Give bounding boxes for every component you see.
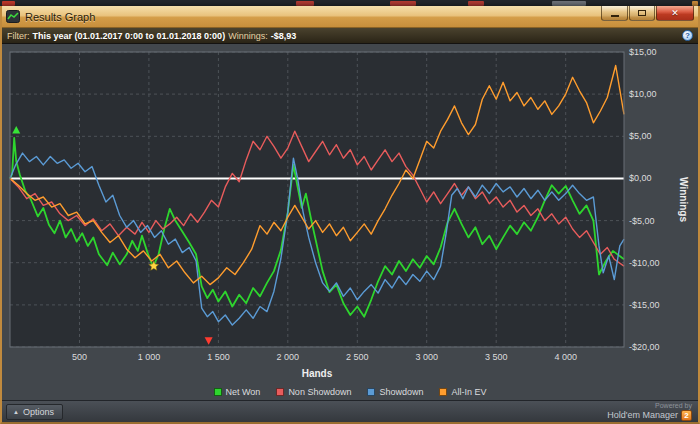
non-showdown-swatch-icon: [276, 388, 284, 396]
minimize-button[interactable]: [601, 6, 628, 21]
svg-text:$10,00: $10,00: [629, 89, 657, 99]
svg-text:$5,00: $5,00: [629, 131, 652, 141]
svg-text:2 000: 2 000: [277, 352, 300, 362]
legend-item-showdown[interactable]: Showdown: [367, 387, 423, 397]
all-in-ev-swatch-icon: [439, 388, 447, 396]
options-label: Options: [23, 407, 54, 417]
svg-text:2 500: 2 500: [346, 352, 369, 362]
svg-text:$0,00: $0,00: [629, 173, 652, 183]
net-won-swatch-icon: [214, 388, 222, 396]
window-controls: ✕: [600, 6, 694, 21]
svg-text:1 500: 1 500: [207, 352, 230, 362]
svg-text:-$15,00: -$15,00: [629, 300, 660, 310]
svg-text:1 000: 1 000: [138, 352, 161, 362]
svg-text:3 500: 3 500: [485, 352, 508, 362]
svg-text:4 000: 4 000: [554, 352, 577, 362]
window-titlebar[interactable]: Results Graph ✕: [2, 6, 698, 28]
svg-text:Hands: Hands: [302, 368, 333, 379]
results-chart: $15,00$10,00$5,00$0,00-$5,00-$10,00-$15,…: [2, 44, 698, 384]
chart-legend: Net Won Non Showdown Showdown All-In EV: [2, 384, 698, 400]
minimize-icon: [611, 15, 619, 17]
legend-label: Net Won: [226, 387, 261, 397]
window-title: Results Graph: [25, 11, 95, 23]
svg-text:-$5,00: -$5,00: [629, 216, 655, 226]
legend-label: Non Showdown: [288, 387, 351, 397]
legend-label: All-In EV: [451, 387, 486, 397]
winnings-value: -$8,93: [271, 31, 297, 41]
options-arrow-icon: ▲: [13, 409, 19, 415]
legend-label: Showdown: [379, 387, 423, 397]
close-icon: ✕: [671, 9, 679, 18]
svg-text:500: 500: [72, 352, 87, 362]
svg-text:3 000: 3 000: [415, 352, 438, 362]
legend-item-non-showdown[interactable]: Non Showdown: [276, 387, 351, 397]
svg-text:Winnings: Winnings: [678, 177, 689, 222]
filter-label: Filter:: [7, 31, 30, 41]
filter-bar: Filter: This year (01.01.2017 0:00 to 01…: [2, 28, 698, 44]
screen: Results Graph ✕ Filter: This year (01.01…: [0, 0, 700, 424]
powered-by: Powered by Hold'em Manager 2: [607, 402, 692, 421]
status-bar: ▲ Options Powered by Hold'em Manager 2: [2, 400, 698, 422]
brand-badge: 2: [681, 410, 692, 421]
legend-item-all-in-ev[interactable]: All-In EV: [439, 387, 486, 397]
help-icon[interactable]: ?: [682, 30, 693, 41]
close-button[interactable]: ✕: [656, 6, 694, 21]
results-graph-window: Results Graph ✕ Filter: This year (01.01…: [0, 6, 700, 424]
showdown-swatch-icon: [367, 388, 375, 396]
results-graph-icon: [6, 10, 20, 23]
content: $15,00$10,00$5,00$0,00-$5,00-$10,00-$15,…: [2, 44, 698, 400]
svg-text:-$20,00: -$20,00: [629, 342, 660, 352]
svg-text:-$10,00: -$10,00: [629, 258, 660, 268]
winnings-label: Winnings:: [228, 31, 268, 41]
options-button[interactable]: ▲ Options: [6, 404, 63, 420]
chart-area: $15,00$10,00$5,00$0,00-$5,00-$10,00-$15,…: [2, 44, 698, 384]
brand-name: Hold'em Manager: [607, 410, 678, 420]
powered-by-label: Powered by: [607, 402, 692, 410]
filter-value: This year (01.01.2017 0:00 to 01.01.2018…: [33, 31, 226, 41]
svg-text:$15,00: $15,00: [629, 47, 657, 57]
maximize-button[interactable]: [629, 6, 655, 21]
legend-item-net-won[interactable]: Net Won: [214, 387, 261, 397]
maximize-icon: [638, 10, 646, 16]
